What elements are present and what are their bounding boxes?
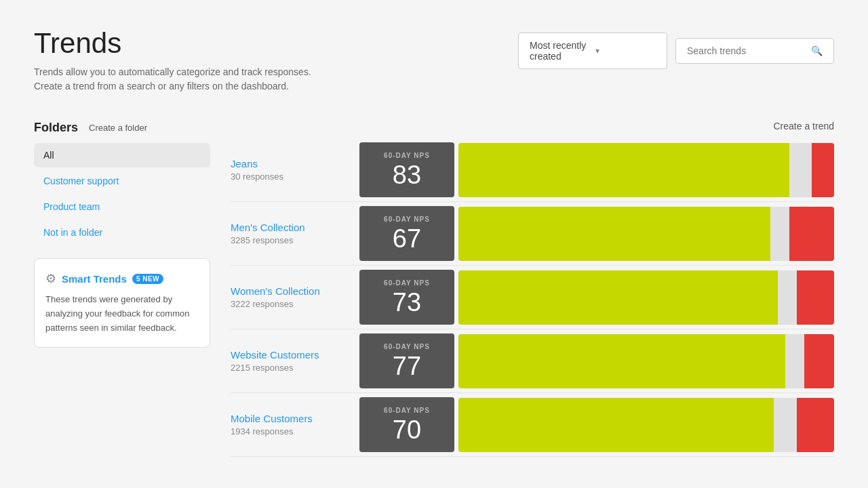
nps-value: 73 <box>366 289 448 315</box>
trend-name[interactable]: Website Customers <box>231 349 349 361</box>
bar-passives <box>778 270 797 325</box>
sidebar-item-not-in-folder[interactable]: Not in a folder <box>34 220 210 245</box>
nps-value: 77 <box>366 353 448 379</box>
page-title: Trends <box>34 27 311 60</box>
folders-header: Folders Create a folder <box>34 121 210 135</box>
trends-list: Jeans 30 responses 60-DAY NPS 83 Men's C… <box>231 142 834 457</box>
trend-info: Website Customers 2215 responses <box>231 349 359 373</box>
sidebar: Folders Create a folder All Customer sup… <box>34 121 210 461</box>
nps-label: 60-DAY NPS <box>366 343 448 350</box>
bar-promoters <box>458 398 774 452</box>
search-icon: 🔍 <box>811 45 823 56</box>
smart-trends-description: These trends were generated by analyzing… <box>45 293 199 335</box>
trend-row: Jeans 30 responses 60-DAY NPS 83 <box>231 142 834 202</box>
nps-bar <box>458 398 834 452</box>
bar-detractors <box>789 207 834 261</box>
controls: Most recently created ▾ 🔍 <box>518 33 834 69</box>
trend-responses: 1934 responses <box>231 426 349 436</box>
nps-bar <box>458 270 834 325</box>
trend-info: Women's Collection 3222 responses <box>231 285 359 309</box>
nps-bar <box>458 334 834 388</box>
trend-responses: 3222 responses <box>231 299 349 309</box>
bar-promoters <box>458 270 778 325</box>
trend-info: Jeans 30 responses <box>231 158 359 182</box>
trend-row: Website Customers 2215 responses 60-DAY … <box>231 333 834 393</box>
nps-block: 60-DAY NPS 70 <box>359 397 454 452</box>
bar-promoters <box>458 143 789 197</box>
sort-dropdown[interactable]: Most recently created ▾ <box>518 33 667 69</box>
trend-name[interactable]: Women's Collection <box>231 285 349 297</box>
bar-detractors <box>797 398 834 452</box>
nps-value: 83 <box>366 162 448 188</box>
bar-detractors <box>812 143 834 197</box>
trend-row: Women's Collection 3222 responses 60-DAY… <box>231 270 834 329</box>
bar-promoters <box>458 334 785 388</box>
trend-info: Mobile Customers 1934 responses <box>231 413 359 436</box>
trend-row: Men's Collection 3285 responses 60-DAY N… <box>231 206 834 266</box>
gear-icon: ⚙ <box>45 271 56 286</box>
subtitle-line1: Trends allow you to automatically catego… <box>34 65 311 79</box>
trend-responses: 2215 responses <box>231 363 349 373</box>
nps-label: 60-DAY NPS <box>366 152 448 159</box>
nps-label: 60-DAY NPS <box>366 407 448 414</box>
title-block: Trends Trends allow you to automatically… <box>34 27 311 94</box>
trend-name[interactable]: Mobile Customers <box>231 413 349 424</box>
search-box[interactable]: 🔍 <box>675 38 834 64</box>
bar-detractors <box>804 334 834 388</box>
nps-value: 67 <box>366 226 448 251</box>
bar-passives <box>785 334 804 388</box>
sidebar-item-product-team[interactable]: Product team <box>34 195 210 219</box>
nps-block: 60-DAY NPS 67 <box>359 206 454 261</box>
new-badge: 5 NEW <box>132 274 163 284</box>
search-input[interactable] <box>687 45 806 56</box>
bar-passives <box>770 207 789 261</box>
nps-block: 60-DAY NPS 77 <box>359 333 454 388</box>
trend-responses: 3285 responses <box>231 235 349 245</box>
bar-detractors <box>797 270 834 325</box>
main-content: Create a trend Jeans 30 responses 60-DAY… <box>231 121 834 461</box>
nps-value: 70 <box>366 417 448 443</box>
nps-label: 60-DAY NPS <box>366 279 448 287</box>
nps-block: 60-DAY NPS 73 <box>359 270 454 325</box>
create-folder-link[interactable]: Create a folder <box>89 123 147 133</box>
trend-row: Mobile Customers 1934 responses 60-DAY N… <box>231 397 834 457</box>
trend-name[interactable]: Jeans <box>231 158 349 169</box>
nps-label: 60-DAY NPS <box>366 216 448 223</box>
trend-responses: 30 responses <box>231 171 349 182</box>
create-trend-link[interactable]: Create a trend <box>774 121 835 131</box>
folders-heading: Folders <box>34 121 78 135</box>
trend-info: Men's Collection 3285 responses <box>231 222 359 245</box>
nps-block: 60-DAY NPS 83 <box>359 142 454 197</box>
sort-label: Most recently created <box>530 40 590 62</box>
bar-promoters <box>458 207 770 261</box>
chevron-down-icon: ▾ <box>595 46 656 56</box>
folder-list: All Customer support Product team Not in… <box>34 143 210 245</box>
smart-trends-header: ⚙ Smart Trends 5 NEW <box>45 271 199 286</box>
smart-trends-box: ⚙ Smart Trends 5 NEW These trends were g… <box>34 258 210 348</box>
bar-passives <box>774 398 796 452</box>
sidebar-item-all[interactable]: All <box>34 143 210 167</box>
nps-bar <box>458 143 834 197</box>
sidebar-item-customer-support[interactable]: Customer support <box>34 169 210 193</box>
main-header: Create a trend <box>231 121 834 131</box>
subtitle-line2: Create a trend from a search or any filt… <box>34 79 311 94</box>
bar-passives <box>789 143 812 197</box>
nps-bar <box>458 207 834 261</box>
smart-trends-label[interactable]: Smart Trends <box>62 273 127 285</box>
trend-name[interactable]: Men's Collection <box>231 222 349 233</box>
